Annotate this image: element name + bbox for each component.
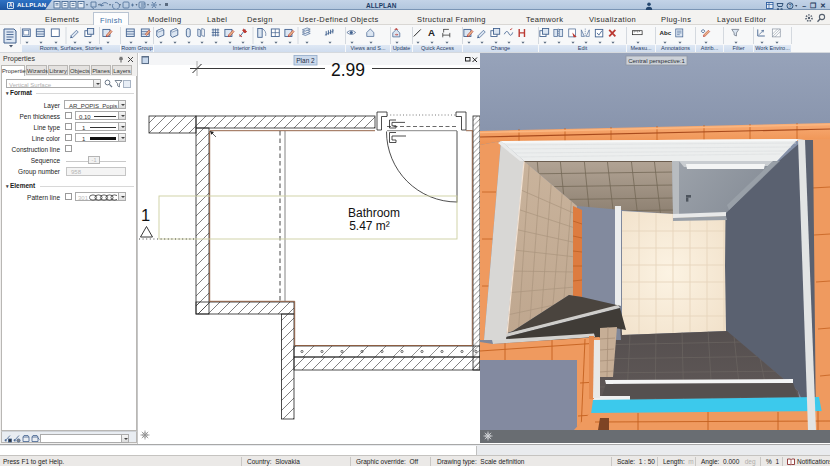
svg-text:Plan 2: Plan 2 (296, 57, 315, 64)
svg-text:1: 1 (141, 206, 150, 224)
svg-text:Bathroom: Bathroom (348, 206, 400, 220)
svg-text:2.99: 2.99 (331, 60, 365, 80)
svg-text:Abc: Abc (659, 29, 671, 36)
svg-text:A: A (428, 27, 435, 38)
svg-text:Central perspective:1: Central perspective:1 (628, 58, 685, 64)
svg-text:5.47 m²: 5.47 m² (349, 219, 390, 233)
svg-text:?: ? (789, 2, 792, 8)
